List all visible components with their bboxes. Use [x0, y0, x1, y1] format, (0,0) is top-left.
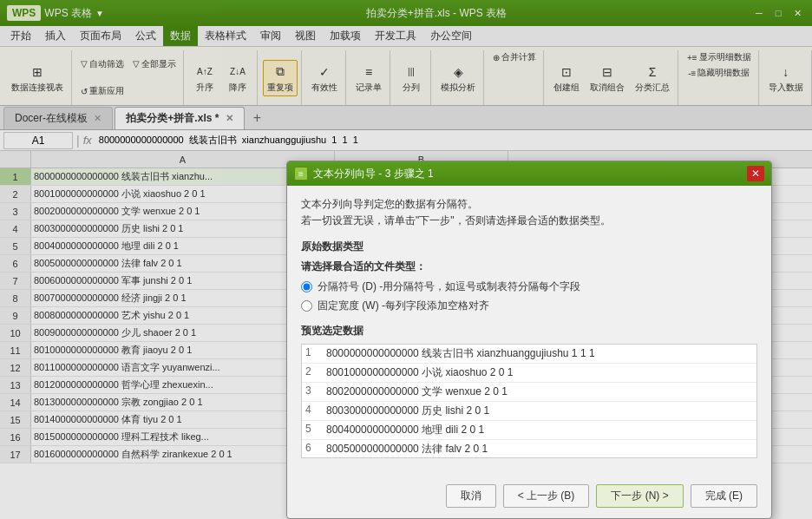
preview-num-6: 6	[302, 441, 323, 457]
preview-row-6: 6 8005000000000000 法律 falv 2 0 1	[302, 440, 756, 457]
next-button[interactable]: 下一步 (N) >	[596, 484, 683, 508]
preview-section: 1 8000000000000000 线装古旧书 xianzhuanggujiu…	[301, 344, 757, 458]
dialog-icon: ≡	[294, 167, 308, 181]
preview-data-5: 8004000000000000 地理 dili 2 0 1	[323, 422, 488, 438]
preview-num-1: 1	[302, 345, 323, 362]
section-original-label: 原始数据类型	[301, 240, 757, 254]
dialog-footer: 取消 < 上一步 (B) 下一步 (N) > 完成 (E)	[287, 477, 771, 518]
preview-num-4: 4	[302, 403, 323, 419]
section-preview-label: 预览选定数据	[301, 324, 757, 338]
dialog-close-btn[interactable]: ✕	[747, 166, 764, 181]
preview-row-3: 3 8002000000000000 文学 wenxue 2 0 1	[302, 383, 756, 402]
preview-data-1: 8000000000000000 线装古旧书 xianzhuanggujiush…	[323, 345, 599, 362]
preview-data-6: 8005000000000000 法律 falv 2 0 1	[323, 441, 491, 457]
radio-fixed-label: 固定宽度 (W) -每列字段添加空格对齐	[318, 299, 489, 313]
preview-row-1: 1 8000000000000000 线装古旧书 xianzhuanggujiu…	[302, 345, 756, 364]
preview-data-4: 8003000000000000 历史 lishi 2 0 1	[323, 403, 493, 419]
preview-row-4: 4 8003000000000000 历史 lishi 2 0 1	[302, 402, 756, 421]
preview-num-5: 5	[302, 422, 323, 438]
preview-row-5: 5 8004000000000000 地理 dili 2 0 1	[302, 421, 756, 440]
preview-num-2: 2	[302, 365, 323, 381]
dialog-title-text: 文本分列向导 - 3 步骤之 1	[313, 167, 747, 181]
preview-data-3: 8002000000000000 文学 wenxue 2 0 1	[323, 384, 511, 400]
radio-delimiter-label: 分隔符号 (D) -用分隔符号，如逗号或制表符分隔每个字段	[318, 279, 580, 294]
finish-button[interactable]: 完成 (E)	[691, 484, 757, 508]
cancel-button[interactable]: 取消	[446, 484, 496, 508]
radio-option-delimiter[interactable]: 分隔符号 (D) -用分隔符号，如逗号或制表符分隔每个字段	[301, 279, 757, 294]
preview-data-2: 8001000000000000 小说 xiaoshuo 2 0 1	[323, 365, 517, 381]
radio-option-fixed[interactable]: 固定宽度 (W) -每列字段添加空格对齐	[301, 299, 757, 313]
preview-scroll[interactable]: 1 8000000000000000 线装古旧书 xianzhuanggujiu…	[302, 345, 756, 457]
radio-group-filetype: 分隔符号 (D) -用分隔符号，如逗号或制表符分隔每个字段 固定宽度 (W) -…	[301, 279, 757, 313]
dialog-body: 文本分列向导判定您的数据有分隔符。 若一切设置无误，请单击"下一步"，否则请选择…	[287, 186, 771, 477]
radio-delimiter[interactable]	[301, 281, 312, 292]
radio-fixed[interactable]	[301, 300, 312, 312]
prev-button[interactable]: < 上一步 (B)	[503, 484, 590, 508]
preview-row-2: 2 8001000000000000 小说 xiaoshuo 2 0 1	[302, 364, 756, 383]
text-split-dialog: ≡ 文本分列向导 - 3 步骤之 1 ✕ 文本分列向导判定您的数据有分隔符。 若…	[286, 161, 772, 519]
section-filetype-label: 请选择最合适的文件类型：	[301, 260, 757, 274]
dialog-description: 文本分列向导判定您的数据有分隔符。 若一切设置无误，请单击"下一步"，否则请选择…	[301, 196, 757, 229]
preview-num-3: 3	[302, 384, 323, 400]
dialog-title-bar: ≡ 文本分列向导 - 3 步骤之 1 ✕	[287, 161, 771, 186]
